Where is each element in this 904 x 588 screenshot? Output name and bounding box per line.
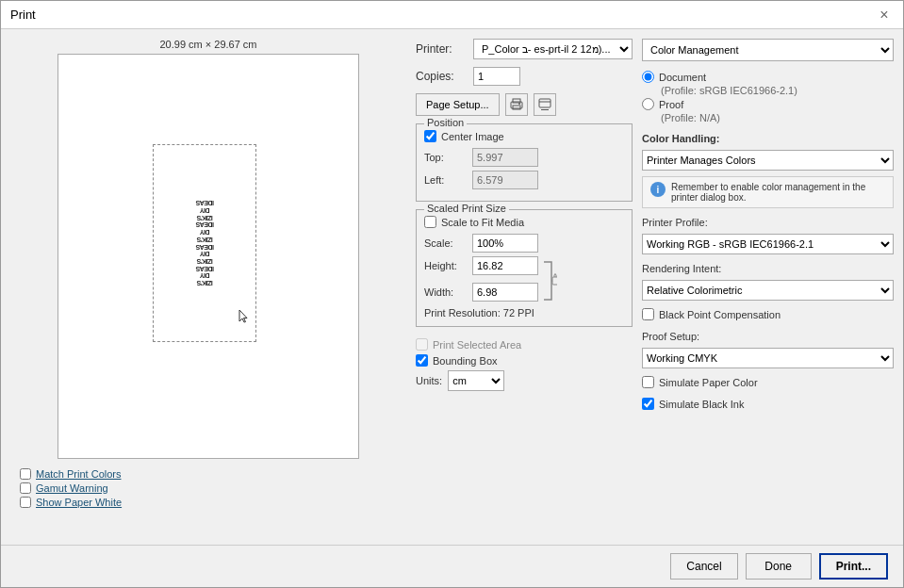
print-resolution-text: Print Resolution: 72 PPI [424, 307, 624, 318]
center-image-label: Center Image [441, 131, 504, 142]
position-group: Position Center Image Top: Left: [416, 123, 633, 202]
units-row: Units: cm in mm px [416, 370, 633, 391]
show-paper-white-checkbox[interactable]: Show Paper White [20, 497, 122, 508]
show-paper-white-label: Show Paper White [36, 497, 122, 508]
cancel-button[interactable]: Cancel [670, 553, 737, 580]
scale-to-fit-input[interactable] [424, 216, 436, 228]
left-label: Left: [424, 174, 467, 186]
dialog-content: 20.99 cm × 29.67 cm IZIK'S DIY IDEAS IZI… [1, 29, 903, 545]
print-icon [510, 98, 523, 111]
simulate-ink-input[interactable] [642, 398, 654, 410]
gamut-warning-checkbox[interactable]: Gamut Warning [20, 482, 122, 494]
proof-setup-label: Proof Setup: [642, 331, 894, 342]
info-box: i Remember to enable color management in… [642, 176, 894, 208]
simulate-ink-checkbox[interactable]: Simulate Black Ink [642, 396, 894, 412]
color-handling-select[interactable]: Printer Manages Colors [642, 150, 894, 171]
copies-input[interactable] [473, 67, 520, 86]
dialog-title: Print [10, 8, 36, 22]
bounding-box-label: Bounding Box [433, 355, 498, 367]
scale-to-fit-checkbox[interactable]: Scale to Fit Media [424, 216, 624, 228]
page-size-label: 20.99 cm × 29.67 cm [159, 39, 256, 50]
match-print-colors-checkbox[interactable]: Match Print Colors [20, 468, 122, 480]
top-row: Top: [424, 148, 624, 167]
printer-label: Printer: [416, 42, 468, 56]
proof-label: Proof [659, 99, 683, 110]
copies-row: Copies: [416, 67, 633, 86]
black-point-input[interactable] [642, 308, 654, 320]
document-radio-input[interactable] [642, 71, 654, 83]
bounding-box-checkbox[interactable]: Bounding Box [416, 354, 633, 367]
svg-point-3 [518, 103, 520, 105]
svg-rect-4 [539, 99, 551, 107]
title-bar-left: Print [10, 8, 36, 22]
print-selected-area-label: Print Selected Area [433, 339, 521, 351]
preview-area: IZIK'S DIY IDEAS IZIK'S DIY IDEAS IZIK'S… [58, 54, 359, 459]
units-label: Units: [416, 375, 442, 386]
preview-checkboxes: Match Print Colors Gamut Warning Show Pa… [10, 468, 122, 508]
gamut-warning-input[interactable] [20, 482, 31, 494]
height-label: Height: [424, 260, 467, 271]
print-selected-area-input[interactable] [416, 338, 428, 351]
settings-icon [538, 98, 551, 111]
rendering-intent-select[interactable]: Relative Colorimetric [642, 280, 894, 301]
proof-radio[interactable]: Proof [642, 96, 894, 112]
simulate-paper-label: Simulate Paper Color [659, 377, 758, 388]
width-label: Width: [424, 286, 467, 298]
proof-radio-input[interactable] [642, 98, 654, 110]
color-management-panel: Color Management Document (Profile: sRGB… [642, 39, 894, 535]
lock-bracket-icon [542, 260, 557, 302]
gamut-warning-label: Gamut Warning [36, 482, 108, 494]
printer-row: Printer: P_Color ב- es-prt-il מ12 2)... [416, 39, 633, 59]
simulate-paper-input[interactable] [642, 376, 654, 388]
page-setup-button[interactable]: Page Setup... [416, 93, 500, 116]
svg-rect-6 [541, 109, 549, 110]
print-icon-button[interactable] [505, 93, 528, 116]
printer-profile-select[interactable]: Working RGB - sRGB IEC61966-2.1 [642, 234, 894, 254]
rendering-intent-label: Rendering Intent: [642, 263, 894, 274]
settings-icon-button[interactable] [534, 93, 556, 116]
match-print-colors-input[interactable] [20, 468, 31, 480]
position-group-label: Position [424, 117, 467, 128]
height-row: Height: [424, 256, 538, 275]
color-management-select[interactable]: Color Management [642, 39, 894, 61]
width-input[interactable] [472, 283, 538, 302]
width-row: Width: [424, 283, 538, 302]
document-profile: (Profile: sRGB IEC61966-2.1) [642, 85, 894, 96]
scale-input[interactable] [472, 234, 538, 253]
settings-panel: Printer: P_Color ב- es-prt-il מ12 2)... … [416, 39, 633, 535]
copies-label: Copies: [416, 70, 468, 83]
simulate-paper-checkbox[interactable]: Simulate Paper Color [642, 374, 894, 390]
units-select[interactable]: cm in mm px [448, 370, 504, 391]
color-handling-label: Color Handling: [642, 133, 894, 144]
done-button[interactable]: Done [746, 553, 812, 580]
height-width-lock-group: Height: Width: [424, 256, 624, 305]
simulate-ink-label: Simulate Black Ink [659, 399, 744, 410]
bounding-box-input[interactable] [416, 354, 428, 367]
document-radio[interactable]: Document [642, 69, 894, 85]
proof-profile: (Profile: N/A) [642, 112, 894, 123]
show-paper-white-input[interactable] [20, 497, 31, 508]
preview-panel: 20.99 cm × 29.67 cm IZIK'S DIY IDEAS IZI… [10, 39, 406, 535]
top-input[interactable] [472, 148, 538, 167]
left-input[interactable] [472, 171, 538, 189]
print-button[interactable]: Print... [819, 553, 888, 580]
center-image-input[interactable] [424, 130, 436, 142]
top-label: Top: [424, 152, 467, 163]
print-dialog: Print × 20.99 cm × 29.67 cm IZIK'S DIY I… [0, 0, 904, 588]
print-selected-area-checkbox[interactable]: Print Selected Area [416, 338, 633, 351]
printer-select[interactable]: P_Color ב- es-prt-il מ12 2)... [473, 39, 633, 59]
height-input[interactable] [472, 256, 538, 275]
black-point-label: Black Point Compensation [659, 309, 781, 320]
black-point-checkbox[interactable]: Black Point Compensation [642, 306, 894, 322]
scaled-print-size-label: Scaled Print Size [424, 203, 509, 214]
match-print-colors-label: Match Print Colors [36, 468, 121, 480]
left-row: Left: [424, 171, 624, 189]
svg-rect-7 [552, 277, 557, 285]
radio-group: Document (Profile: sRGB IEC61966-2.1) Pr… [642, 69, 894, 123]
close-button[interactable]: × [875, 6, 894, 24]
center-image-checkbox[interactable]: Center Image [424, 130, 624, 142]
height-width-group: Height: Width: [424, 256, 538, 305]
proof-setup-select[interactable]: Working CMYK [642, 348, 894, 368]
title-bar: Print × [1, 1, 903, 29]
info-icon: i [650, 182, 666, 197]
